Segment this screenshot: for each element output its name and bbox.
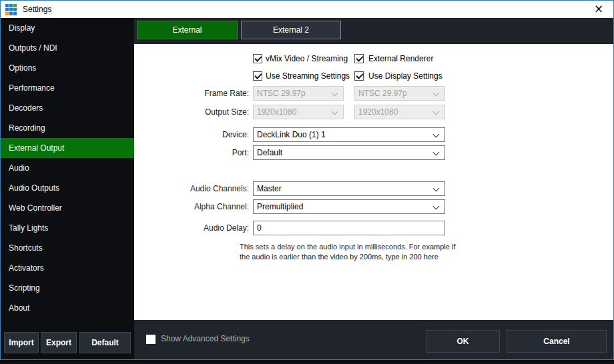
sidebar-item-audio-outputs[interactable]: Audio Outputs <box>1 178 134 198</box>
chevron-down-icon <box>433 90 440 97</box>
external-output-panel: vMix Video / Streaming External Renderer… <box>134 44 613 320</box>
device-value: DeckLink Duo (1) 1 <box>257 130 326 139</box>
sidebar-item-shortcuts[interactable]: Shortcuts <box>1 238 134 258</box>
port-label: Port: <box>134 145 249 160</box>
audio-channels-label: Audio Channels: <box>134 181 249 196</box>
vmix-logo-icon <box>5 4 17 15</box>
alpha-channel-label: Alpha Channel: <box>134 199 249 214</box>
external-renderer-label: External Renderer <box>368 53 433 64</box>
use-streaming-settings-checkbox[interactable] <box>253 71 262 81</box>
port-dropdown[interactable]: Default <box>253 145 445 160</box>
dialog-footer: Show Advanced Settings OK Cancel <box>134 320 613 359</box>
import-button[interactable]: Import <box>4 332 39 353</box>
close-icon[interactable]: × <box>591 1 607 17</box>
output-size-dropdown-2: 1920x1080 <box>354 105 445 119</box>
sidebar-item-scripting[interactable]: Scripting <box>1 278 134 298</box>
audio-delay-help-line-1: This sets a delay on the audio input in … <box>240 242 455 252</box>
use-display-settings-label: Use Display Settings <box>368 71 442 81</box>
device-dropdown[interactable]: DeckLink Duo (1) 1 <box>253 127 445 142</box>
device-label: Device: <box>134 127 249 142</box>
external-renderer-checkbox[interactable] <box>354 54 364 63</box>
sidebar-item-options[interactable]: Options <box>1 58 134 78</box>
window-title: Settings <box>23 5 51 14</box>
tab-external[interactable]: External <box>137 21 238 39</box>
audio-delay-input[interactable] <box>253 221 445 235</box>
chevron-down-icon <box>433 149 440 156</box>
sidebar-item-recording[interactable]: Recording <box>1 118 134 138</box>
audio-delay-label: Audio Delay: <box>134 221 249 235</box>
sidebar-item-audio[interactable]: Audio <box>1 158 134 178</box>
default-button[interactable]: Default <box>79 332 131 353</box>
chevron-down-icon <box>433 131 440 138</box>
content-area: External External 2 vMix Video / Streami… <box>134 18 613 359</box>
sidebar-item-about[interactable]: About <box>1 298 134 318</box>
alpha-channel-value: Premultiplied <box>257 202 303 211</box>
frame-rate-dropdown-1: NTSC 29.97p <box>253 86 344 101</box>
chevron-down-icon <box>332 109 338 115</box>
chevron-down-icon <box>433 203 440 210</box>
ok-button[interactable]: OK <box>426 330 500 353</box>
export-button[interactable]: Export <box>41 332 77 353</box>
settings-window: Settings × Display Outputs / NDI Options… <box>0 0 614 360</box>
output-size-value-1: 1920x1080 <box>257 107 296 117</box>
show-advanced-settings-label: Show Advanced Settings <box>161 334 250 343</box>
title-bar: Settings × <box>1 1 613 18</box>
sidebar-item-performance[interactable]: Performance <box>1 78 134 98</box>
show-advanced-settings-checkbox[interactable] <box>146 335 156 344</box>
frame-rate-dropdown-2: NTSC 29.97p <box>354 86 445 101</box>
use-streaming-settings-label: Use Streaming Settings <box>266 71 350 81</box>
output-size-value-2: 1920x1080 <box>358 107 398 117</box>
frame-rate-value-1: NTSC 29.97p <box>257 89 306 98</box>
sidebar-item-external-output[interactable]: External Output <box>1 138 134 158</box>
audio-channels-dropdown[interactable]: Master <box>253 181 445 196</box>
chevron-down-icon <box>433 109 440 115</box>
alpha-channel-dropdown[interactable]: Premultiplied <box>253 199 445 214</box>
port-value: Default <box>257 148 282 157</box>
sidebar-item-tally-lights[interactable]: Tally Lights <box>1 218 134 238</box>
chevron-down-icon <box>433 185 440 192</box>
output-size-dropdown-1: 1920x1080 <box>253 105 344 119</box>
vmix-video-streaming-label: vMix Video / Streaming <box>266 53 348 64</box>
sidebar-item-web-controller[interactable]: Web Controller <box>1 198 134 218</box>
use-display-settings-checkbox[interactable] <box>354 71 364 81</box>
audio-delay-help-line-2: the audio is earlier than the video by 2… <box>240 252 438 262</box>
settings-sidebar: Display Outputs / NDI Options Performanc… <box>1 18 134 359</box>
output-tabs: External External 2 <box>134 18 613 44</box>
sidebar-item-decoders[interactable]: Decoders <box>1 98 134 118</box>
output-size-label: Output Size: <box>134 105 249 119</box>
sidebar-item-display[interactable]: Display <box>1 18 134 38</box>
sidebar-item-activators[interactable]: Activators <box>1 258 134 278</box>
chevron-down-icon <box>332 90 338 97</box>
vmix-video-streaming-checkbox[interactable] <box>253 54 262 63</box>
tab-external-2[interactable]: External 2 <box>241 21 341 39</box>
audio-channels-value: Master <box>257 184 282 193</box>
frame-rate-label: Frame Rate: <box>134 86 249 101</box>
sidebar-item-outputs-ndi[interactable]: Outputs / NDI <box>1 38 134 58</box>
cancel-button[interactable]: Cancel <box>507 330 607 353</box>
frame-rate-value-2: NTSC 29.97p <box>358 89 407 98</box>
